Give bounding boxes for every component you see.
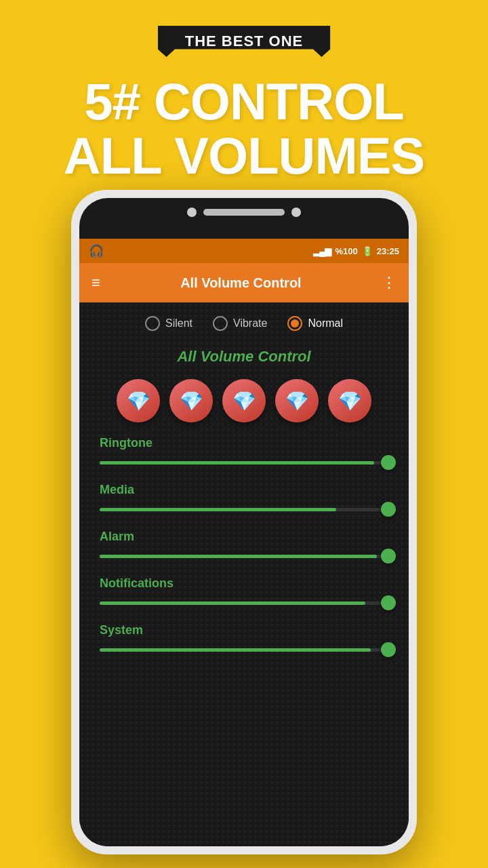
- toolbar: ≡ All Volume Control ⋮: [79, 263, 409, 302]
- slider-alarm: Alarm: [100, 530, 388, 563]
- diamond-2[interactable]: 💎: [169, 379, 213, 422]
- slider-label-notifications: Notifications: [100, 576, 388, 591]
- slider-fill-notifications: [100, 601, 365, 605]
- diamond-5[interactable]: 💎: [328, 379, 371, 422]
- slider-thumb-media[interactable]: [381, 502, 396, 517]
- phone-inner: 🎧 ▂▄▆ %100 🔋 23:25 ≡ All Volume Control …: [79, 198, 409, 846]
- slider-label-system: System: [100, 623, 388, 637]
- headphone-icon: 🎧: [89, 243, 104, 258]
- diamonds-row: 💎 💎 💎 💎 💎: [79, 372, 409, 436]
- slider-notifications: Notifications: [100, 576, 388, 610]
- slider-track-container-alarm[interactable]: [100, 549, 388, 563]
- slider-fill-alarm: [100, 555, 377, 558]
- battery-icon: 🔋: [362, 246, 373, 256]
- slider-fill-media: [100, 508, 336, 511]
- slider-thumb-notifications[interactable]: [381, 595, 396, 610]
- menu-icon[interactable]: ≡: [92, 274, 100, 292]
- diamond-1[interactable]: 💎: [117, 379, 160, 422]
- slider-system: System: [100, 623, 388, 656]
- slider-track-media: [100, 508, 388, 511]
- diamond-4[interactable]: 💎: [275, 379, 319, 422]
- headline-line2: ALL VOLUMES: [0, 129, 488, 183]
- slider-track-container-ringtone[interactable]: [100, 456, 388, 469]
- radio-label-normal: Normal: [308, 317, 343, 330]
- slider-fill-ringtone: [100, 461, 374, 465]
- slider-track-alarm: [100, 555, 388, 558]
- slider-fill-system: [100, 648, 371, 652]
- toolbar-title: All Volume Control: [100, 275, 382, 291]
- headline: 5# CONTROL ALL VOLUMES: [0, 75, 488, 183]
- radio-label-silent: Silent: [165, 317, 192, 330]
- radio-normal[interactable]: Normal: [287, 316, 343, 331]
- radio-label-vibrate: Vibrate: [233, 317, 267, 330]
- slider-media: Media: [100, 483, 388, 516]
- phone-frame: 🎧 ▂▄▆ %100 🔋 23:25 ≡ All Volume Control …: [71, 190, 417, 854]
- slider-track-notifications: [100, 601, 388, 605]
- sliders-section: Ringtone Media: [79, 436, 409, 656]
- slider-thumb-alarm[interactable]: [381, 549, 396, 564]
- slider-track-container-system[interactable]: [100, 643, 388, 656]
- more-icon[interactable]: ⋮: [382, 274, 396, 292]
- slider-track-container-media[interactable]: [100, 502, 388, 516]
- slider-label-media: Media: [100, 483, 388, 497]
- phone-top-details: [187, 208, 301, 217]
- status-bar: 🎧 ▂▄▆ %100 🔋 23:25: [79, 239, 409, 263]
- radio-vibrate[interactable]: Vibrate: [213, 316, 267, 331]
- slider-thumb-ringtone[interactable]: [381, 455, 396, 470]
- radio-row: Silent Vibrate Normal: [79, 302, 409, 338]
- app-title-text: All Volume Control: [79, 348, 409, 366]
- slider-track-container-notifications[interactable]: [100, 596, 388, 610]
- slider-ringtone: Ringtone: [100, 436, 388, 469]
- slider-label-alarm: Alarm: [100, 530, 388, 544]
- camera-right: [291, 208, 301, 217]
- signal-icon: ▂▄▆: [313, 246, 331, 256]
- radio-circle-vibrate: [213, 316, 228, 331]
- app-content: Silent Vibrate Normal All Volume Control…: [79, 302, 409, 846]
- diamond-3[interactable]: 💎: [222, 379, 266, 422]
- radio-circle-silent: [145, 316, 160, 331]
- slider-track-system: [100, 648, 388, 652]
- battery-percent: %100: [336, 246, 358, 256]
- headline-line1: 5# CONTROL: [0, 75, 488, 129]
- speaker-grille: [203, 209, 285, 216]
- slider-track-ringtone: [100, 461, 388, 465]
- app-title-section: All Volume Control: [79, 338, 409, 372]
- radio-silent[interactable]: Silent: [145, 316, 192, 331]
- camera-left: [187, 208, 197, 217]
- time-display: 23:25: [377, 246, 399, 256]
- radio-circle-normal: [287, 316, 302, 331]
- slider-label-ringtone: Ringtone: [100, 436, 388, 450]
- slider-thumb-system[interactable]: [381, 642, 396, 657]
- status-bar-right: ▂▄▆ %100 🔋 23:25: [313, 246, 399, 256]
